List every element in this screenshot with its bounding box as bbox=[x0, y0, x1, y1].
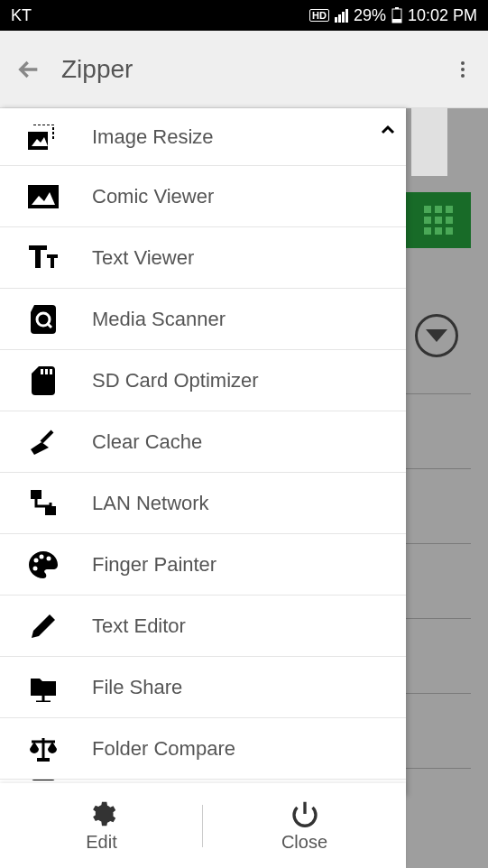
back-arrow-icon[interactable] bbox=[14, 55, 43, 84]
svg-rect-8 bbox=[28, 185, 59, 208]
svg-point-18 bbox=[34, 558, 39, 562]
menu-item-clear-cache[interactable]: Clear Cache bbox=[0, 411, 406, 473]
gear-icon bbox=[87, 799, 116, 828]
more-menu-icon[interactable] bbox=[452, 59, 474, 80]
svg-point-21 bbox=[33, 566, 38, 570]
status-right: HD 29% 10:02 PM bbox=[309, 6, 477, 25]
menu-label: Media Scanner bbox=[92, 308, 226, 331]
palette-icon bbox=[27, 549, 60, 581]
battery-icon bbox=[391, 7, 402, 23]
bg-divider bbox=[399, 543, 471, 544]
pencil-icon bbox=[27, 610, 60, 642]
menu-label: Text Editor bbox=[92, 614, 186, 638]
image-icon bbox=[27, 180, 60, 213]
hd-icon: HD bbox=[309, 9, 329, 22]
svg-point-3 bbox=[461, 61, 465, 65]
menu-item-text-viewer[interactable]: Text Viewer bbox=[0, 227, 406, 289]
scan-icon bbox=[27, 303, 60, 336]
menu-item-comic-viewer[interactable]: Comic Viewer bbox=[0, 166, 406, 227]
battery-percent: 29% bbox=[354, 6, 386, 25]
image-resize-icon bbox=[27, 121, 60, 153]
bottom-bar: Edit Close bbox=[0, 783, 406, 868]
page-title: Zipper bbox=[61, 55, 452, 84]
svg-point-4 bbox=[461, 68, 465, 71]
svg-rect-2 bbox=[392, 19, 401, 23]
sd-card-icon bbox=[27, 365, 60, 397]
menu-item-folder-compare[interactable]: Folder Compare bbox=[0, 718, 406, 780]
svg-rect-27 bbox=[32, 780, 55, 780]
menu-label: Folder Compare bbox=[92, 737, 235, 761]
menu-item-sd-card-optimizer[interactable]: SD Card Optimizer bbox=[0, 350, 406, 411]
svg-rect-12 bbox=[41, 369, 43, 374]
menu-label: Finger Painter bbox=[92, 553, 216, 577]
edit-label: Edit bbox=[86, 832, 116, 853]
menu-label: Comic Viewer bbox=[92, 185, 214, 208]
grid-view-button[interactable] bbox=[406, 192, 471, 248]
svg-rect-13 bbox=[45, 369, 48, 374]
broom-icon bbox=[27, 426, 60, 458]
status-bar: KT HD 29% 10:02 PM bbox=[0, 0, 488, 31]
menu-item-lan-network[interactable]: LAN Network bbox=[0, 473, 406, 534]
side-menu-panel: Image Resize Comic Viewer Text Viewer bbox=[0, 108, 406, 796]
edit-button[interactable]: Edit bbox=[0, 783, 203, 868]
svg-rect-1 bbox=[395, 7, 399, 9]
power-icon bbox=[290, 799, 319, 828]
bg-divider bbox=[399, 618, 471, 619]
svg-point-19 bbox=[40, 554, 44, 559]
signal-icon bbox=[335, 9, 348, 23]
dropdown-button[interactable] bbox=[415, 314, 458, 357]
menu-label: Clear Cache bbox=[92, 430, 202, 454]
bg-divider bbox=[399, 693, 471, 694]
bg-divider bbox=[399, 468, 471, 469]
menu-item-file-share[interactable]: File Share bbox=[0, 657, 406, 718]
time-label: 10:02 PM bbox=[408, 6, 477, 25]
menu-label: Image Resize bbox=[92, 125, 214, 149]
chevron-up-icon[interactable] bbox=[377, 119, 399, 141]
file-share-icon bbox=[27, 671, 60, 704]
close-button[interactable]: Close bbox=[203, 783, 406, 868]
app-container: Zipper Image Resize bbox=[0, 31, 488, 868]
svg-rect-14 bbox=[50, 369, 52, 374]
menu-label: LAN Network bbox=[92, 492, 209, 515]
menu-item-image-resize[interactable]: Image Resize bbox=[0, 108, 406, 166]
bg-divider bbox=[399, 768, 471, 769]
svg-point-20 bbox=[47, 556, 51, 560]
content-area: Image Resize Comic Viewer Text Viewer bbox=[0, 108, 488, 868]
svg-point-5 bbox=[461, 74, 465, 78]
menu-item-finger-painter[interactable]: Finger Painter bbox=[0, 534, 406, 596]
menu-label: SD Card Optimizer bbox=[92, 369, 259, 392]
svg-rect-16 bbox=[31, 490, 41, 499]
bg-card bbox=[411, 108, 447, 176]
carrier-label: KT bbox=[11, 6, 32, 25]
menu-item-media-scanner[interactable]: Media Scanner bbox=[0, 289, 406, 350]
network-icon bbox=[27, 487, 60, 520]
menu-label: Text Viewer bbox=[92, 246, 194, 270]
text-icon bbox=[27, 242, 60, 274]
bg-divider bbox=[399, 393, 471, 394]
app-header: Zipper bbox=[0, 31, 488, 108]
menu-label: File Share bbox=[92, 676, 182, 699]
menu-item-text-editor[interactable]: Text Editor bbox=[0, 596, 406, 657]
close-label: Close bbox=[281, 832, 327, 853]
balance-icon bbox=[27, 733, 60, 765]
svg-line-15 bbox=[41, 431, 52, 442]
